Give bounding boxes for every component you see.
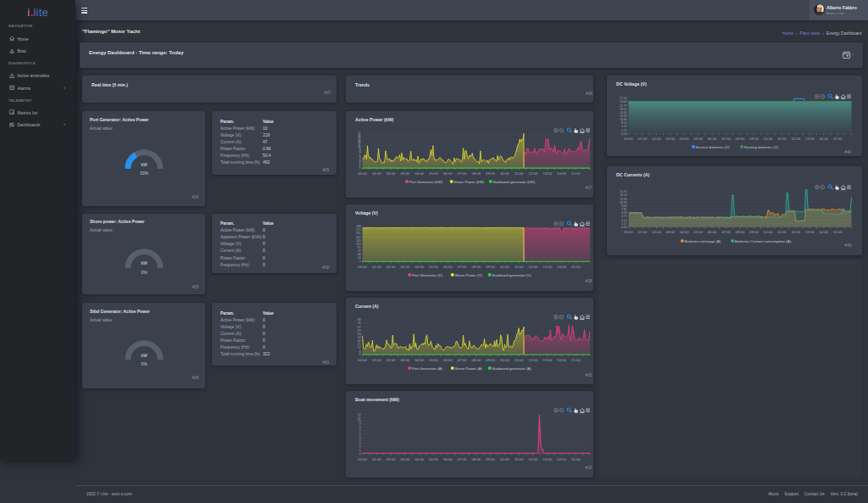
svg-text:02:00: 02:00 (652, 136, 661, 140)
svg-text:08:00: 08:00 (735, 136, 744, 140)
svg-text:34: 34 (357, 339, 360, 343)
svg-text:04:00: 04:00 (415, 358, 424, 362)
svg-text:24.64: 24.64 (620, 100, 626, 103)
svg-text:13:00: 13:00 (542, 171, 552, 176)
svg-text:Starboard generator (kW): Starboard generator (kW) (492, 180, 535, 184)
svg-text:14:00: 14:00 (557, 358, 566, 362)
svg-text:08:00: 08:00 (735, 230, 744, 234)
svg-text:00:00: 00:00 (358, 358, 367, 362)
svg-text:03:00: 03:00 (400, 358, 409, 362)
svg-text:11:00: 11:00 (514, 171, 523, 176)
svg-text:02:00: 02:00 (386, 265, 395, 269)
svg-text:12:00: 12:00 (528, 358, 537, 362)
svg-text:15:00: 15:00 (570, 265, 580, 269)
svg-text:03:00: 03:00 (400, 457, 409, 461)
svg-text:03:00: 03:00 (665, 230, 675, 234)
svg-text:09:00: 09:00 (486, 171, 495, 176)
svg-text:07:00: 07:00 (457, 358, 466, 362)
svg-text:01:00: 01:00 (637, 230, 647, 234)
svg-text:Shore Power (V): Shore Power (V) (454, 273, 482, 277)
svg-text:11:00: 11:00 (777, 136, 787, 140)
svg-text:09:00: 09:00 (749, 136, 759, 140)
svg-text:01:00: 01:00 (371, 171, 381, 176)
svg-text:13:00: 13:00 (804, 136, 814, 140)
svg-text:76: 76 (357, 321, 360, 325)
svg-text:10:00: 10:00 (499, 358, 509, 362)
svg-text:Service batteries (V): Service batteries (V) (695, 144, 729, 148)
svg-text:13:00: 13:00 (542, 457, 552, 461)
svg-text:12:00: 12:00 (528, 457, 537, 461)
svg-text:09:00: 09:00 (486, 358, 495, 362)
svg-text:Batteries Current consumption: Batteries Current consumption (A) (734, 239, 791, 243)
svg-text:10:00: 10:00 (499, 171, 509, 176)
svg-text:Shore Power (kW): Shore Power (kW) (453, 180, 484, 184)
svg-text:12:00: 12:00 (791, 230, 800, 234)
svg-text:04:00: 04:00 (415, 265, 424, 269)
svg-text:14:00: 14:00 (819, 230, 828, 234)
svg-text:00:00: 00:00 (624, 136, 633, 140)
svg-text:06:00: 06:00 (442, 265, 452, 269)
svg-text:15:00: 15:00 (570, 358, 580, 362)
svg-text:02:00: 02:00 (652, 230, 661, 234)
svg-text:10:00: 10:00 (499, 457, 509, 461)
svg-text:0.00: 0.00 (621, 131, 627, 135)
svg-text:59: 59 (357, 329, 360, 333)
svg-text:15:00: 15:00 (832, 136, 842, 140)
svg-text:0: 0 (359, 166, 360, 170)
svg-text:Shore Power (A): Shore Power (A) (454, 366, 482, 371)
svg-text:17: 17 (357, 346, 360, 349)
svg-text:14:00: 14:00 (557, 171, 566, 176)
svg-text:07:00: 07:00 (457, 265, 466, 269)
svg-text:Starting batteries (V): Starting batteries (V) (743, 144, 778, 148)
svg-text:08:00: 08:00 (471, 171, 481, 176)
svg-text:05:00: 05:00 (429, 265, 438, 269)
svg-text:14:00: 14:00 (557, 265, 566, 269)
svg-text:09:00: 09:00 (486, 457, 495, 461)
svg-text:15:00: 15:00 (570, 457, 580, 461)
svg-text:06:00: 06:00 (707, 136, 716, 140)
svg-text:11:00: 11:00 (514, 457, 523, 461)
svg-text:07:00: 07:00 (721, 136, 731, 140)
svg-text:05:00: 05:00 (429, 358, 438, 362)
svg-text:05:00: 05:00 (429, 171, 438, 176)
svg-text:09:00: 09:00 (749, 230, 759, 234)
svg-text:01:00: 01:00 (637, 136, 647, 140)
svg-text:0: 0 (359, 452, 360, 455)
svg-text:00:00: 00:00 (624, 230, 633, 234)
svg-text:08:00: 08:00 (471, 265, 481, 269)
svg-text:05:00: 05:00 (429, 457, 438, 461)
svg-text:02:00: 02:00 (386, 358, 395, 362)
svg-text:03:00: 03:00 (400, 265, 409, 269)
svg-text:12:00: 12:00 (528, 265, 537, 269)
svg-text:02:00: 02:00 (386, 457, 395, 461)
svg-text:12:00: 12:00 (528, 171, 537, 176)
svg-text:Port Generator (V): Port Generator (V) (411, 273, 442, 277)
svg-text:Batteries recharge (A): Batteries recharge (A) (684, 239, 721, 243)
svg-text:10:00: 10:00 (499, 265, 509, 269)
svg-text:Port Generator (A): Port Generator (A) (411, 366, 442, 371)
svg-text:04:00: 04:00 (415, 171, 424, 176)
svg-text:0: 0 (359, 353, 360, 356)
svg-text:12:00: 12:00 (791, 136, 800, 140)
svg-text:13:00: 13:00 (542, 265, 552, 269)
svg-text:03:00: 03:00 (400, 171, 409, 176)
svg-text:02:00: 02:00 (386, 171, 395, 176)
svg-text:01:00: 01:00 (371, 358, 381, 362)
svg-text:14:00: 14:00 (819, 136, 828, 140)
svg-text:0.00: 0.00 (621, 226, 627, 229)
svg-text:06:00: 06:00 (442, 457, 452, 461)
svg-text:07:00: 07:00 (457, 171, 466, 176)
svg-text:05:00: 05:00 (693, 230, 703, 234)
svg-text:Port Generator (kW): Port Generator (kW) (409, 180, 442, 184)
svg-text:04:00: 04:00 (679, 230, 688, 234)
svg-text:05:00: 05:00 (693, 136, 703, 140)
svg-text:00:00: 00:00 (358, 265, 367, 269)
svg-text:07:00: 07:00 (721, 230, 731, 234)
svg-text:08:00: 08:00 (471, 457, 481, 461)
svg-text:11:00: 11:00 (514, 265, 523, 269)
svg-text:01:00: 01:00 (371, 457, 381, 461)
svg-text:11:00: 11:00 (514, 358, 523, 362)
svg-text:Starboard generator (A): Starboard generator (A) (492, 366, 531, 371)
svg-text:04:00: 04:00 (415, 457, 424, 461)
svg-text:04:00: 04:00 (679, 136, 688, 140)
